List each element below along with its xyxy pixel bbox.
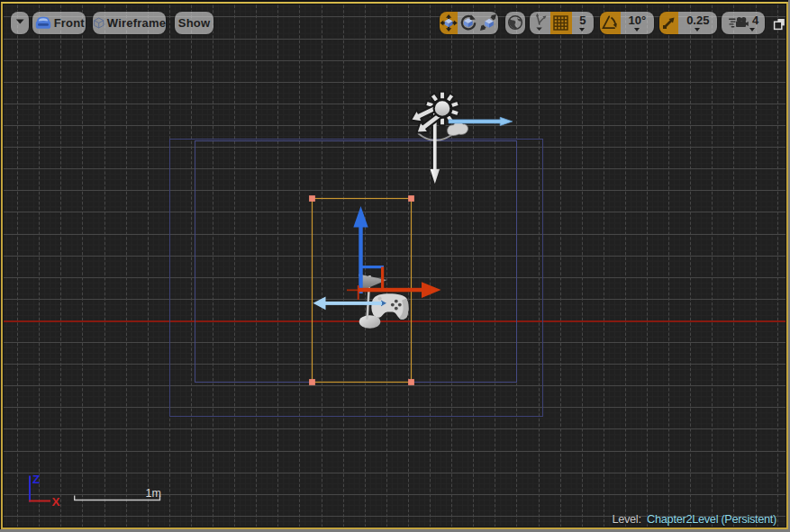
svg-text:X: X <box>52 495 60 509</box>
svg-text:1m: 1m <box>146 487 161 500</box>
svg-text:Z: Z <box>32 473 40 486</box>
